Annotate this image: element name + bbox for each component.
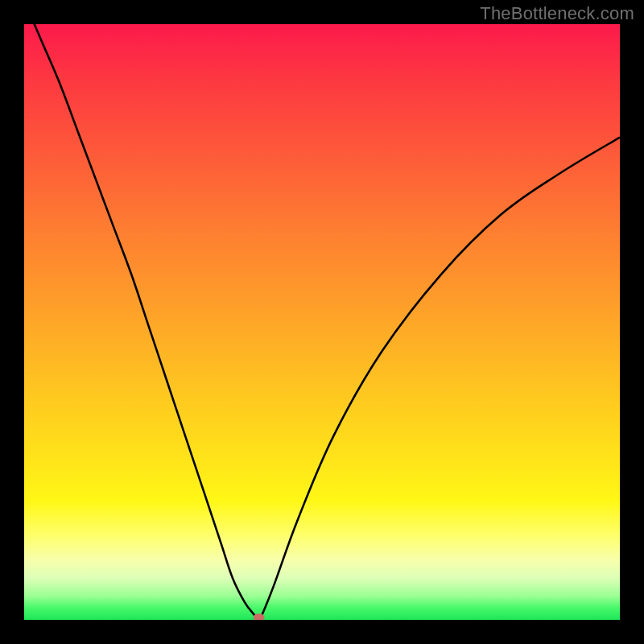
chart-container: TheBottleneck.com (0, 0, 644, 644)
bottleneck-curve (24, 24, 620, 620)
watermark-text: TheBottleneck.com (480, 3, 634, 24)
plot-area (24, 24, 620, 620)
curve-layer (24, 24, 620, 620)
